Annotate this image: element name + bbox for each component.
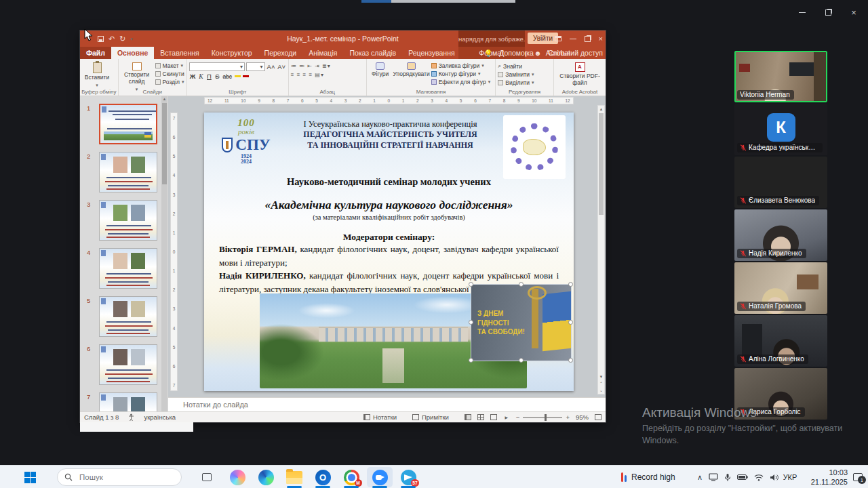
zoom-percent[interactable]: 95%	[576, 413, 589, 421]
notification-center-button[interactable]: 1	[849, 466, 867, 488]
selection-handle[interactable]	[469, 358, 473, 363]
weather-widget[interactable]: Record high	[621, 466, 675, 488]
language-switcher[interactable]: УКР	[778, 466, 802, 488]
participant-tile[interactable]: Наталія Громова	[734, 262, 827, 314]
task-view-button[interactable]	[195, 466, 218, 488]
new-slide-button[interactable]: Створити слайд▾	[121, 61, 153, 92]
shape-outline-button[interactable]: Контур фігури▾	[431, 70, 490, 77]
battery-tray-icon[interactable]	[737, 474, 748, 481]
participant-tile[interactable]: К Кафедра української ...	[734, 104, 827, 155]
slide-sorter-icon[interactable]	[477, 414, 484, 420]
ppt-restore-button[interactable]	[585, 36, 591, 42]
selection-handle[interactable]	[568, 282, 573, 287]
slide-thumbnail[interactable]	[99, 296, 157, 337]
paste-button[interactable]: Вставити▾	[82, 61, 112, 88]
section-button[interactable]: Розділ▾	[155, 79, 184, 85]
window-close-button[interactable]: ×	[842, 5, 865, 19]
chrome-app-icon[interactable]: M	[338, 466, 365, 488]
qat-customize-caret[interactable]: ▾	[130, 37, 133, 41]
slide-scrollbar[interactable]: ▲ ▼⌃⌄	[597, 105, 605, 394]
layout-button[interactable]: Макет▾	[155, 62, 184, 69]
thumbnail-scrollbar[interactable]: ▲	[161, 96, 167, 411]
font-style-button[interactable]: П	[205, 73, 212, 80]
selection-handle[interactable]	[519, 282, 524, 287]
language-indicator[interactable]: українська	[144, 413, 176, 421]
shapes-button[interactable]: Фігури	[369, 61, 392, 78]
taskbar-search[interactable]	[57, 468, 182, 486]
tab-help[interactable]: Допомог	[499, 49, 527, 57]
comments-toggle[interactable]: Примітки	[412, 413, 449, 421]
notes-pane[interactable]: Нотатки до слайда	[168, 397, 606, 411]
copilot-app-icon[interactable]	[224, 466, 251, 488]
redo-icon[interactable]: ↻	[119, 35, 125, 43]
font-style-button[interactable]: К	[197, 73, 204, 80]
selection-handle[interactable]	[568, 320, 573, 325]
arrange-button[interactable]: Упорядкувати	[394, 61, 429, 78]
notes-toggle[interactable]: Нотатки	[363, 413, 397, 421]
font-size-box[interactable]: ▾	[246, 62, 265, 71]
font-style-button[interactable]: S	[214, 73, 220, 80]
start-button[interactable]	[18, 466, 42, 488]
ribbon-tab[interactable]: Показ слайдів	[343, 47, 402, 59]
file-explorer-app-icon[interactable]	[281, 466, 308, 488]
selection-handle[interactable]	[519, 358, 524, 363]
slide-canvas[interactable]: 100 років СПУ 19242024 І Усеукраїнська н…	[204, 113, 574, 391]
create-pdf-button[interactable]: A Створити PDF-файл	[556, 61, 604, 87]
ribbon-display-options-icon[interactable]	[555, 36, 561, 41]
slide-thumbnail[interactable]	[99, 344, 157, 385]
participant-tile[interactable]: Надія Кириленко	[734, 209, 827, 261]
clock[interactable]: 10:03 21.11.2025	[804, 466, 848, 488]
microphone-tray-icon[interactable]	[724, 473, 731, 482]
search-input[interactable]	[78, 472, 159, 482]
share-button[interactable]: Спільний доступ	[548, 49, 603, 57]
ribbon-tab[interactable]: Переходи	[258, 47, 303, 59]
reset-button[interactable]: Скинути	[155, 70, 184, 77]
find-button[interactable]: ⌕Знайти	[498, 62, 534, 70]
ppt-minimize-button[interactable]	[570, 39, 576, 39]
selection-handle[interactable]	[469, 320, 473, 325]
speaker-tray-icon[interactable]	[770, 474, 778, 481]
font-color-indicator[interactable]	[235, 75, 241, 77]
ribbon-tab[interactable]: Основне	[111, 47, 154, 59]
participant-tile[interactable]: Єлизавета Венюкова	[734, 157, 827, 208]
font-style-button[interactable]: Ж	[189, 73, 197, 80]
list-indent-icons[interactable]: ≔ ≕ ⇤ ⇥ ≣▾	[291, 62, 331, 70]
participant-tile[interactable]: Аліна Логвиненко	[734, 315, 827, 367]
dignity-day-image[interactable]: З ДНЕМ ГІДНОСТІ ТА СВОБОДИ!	[471, 285, 571, 361]
window-minimize-button[interactable]	[791, 5, 814, 19]
shape-effects-button[interactable]: Ефекти для фігур▾	[431, 79, 490, 85]
select-button[interactable]: Виділити▾	[498, 79, 534, 86]
slide-thumbnail[interactable]	[99, 392, 157, 411]
zoom-app-icon[interactable]	[366, 466, 393, 488]
save-icon[interactable]	[98, 36, 104, 42]
powerpoint-titlebar[interactable]: ↶ ↻ ▾ Наук_1.-мет. семінар - PowerPoint …	[80, 30, 606, 47]
slideshow-icon[interactable]: ▶	[503, 414, 510, 420]
reading-view-icon[interactable]	[490, 414, 497, 420]
ribbon-tab[interactable]: Конструктор	[205, 47, 258, 59]
participant-tile[interactable]: Viktoriia Herman	[734, 51, 827, 102]
grow-font-icon[interactable]: А˄	[267, 63, 276, 70]
alignment-icons[interactable]: ≡ ≡ ≡ ≡ ▤▾	[291, 71, 331, 79]
ribbon-tab[interactable]: Анімація	[302, 47, 343, 59]
outlook-app-icon[interactable]: O	[309, 466, 336, 488]
font-name-box[interactable]: ▾	[189, 62, 245, 71]
zoom-slider[interactable]: −+	[516, 413, 570, 421]
slide-thumbnail[interactable]	[99, 104, 157, 144]
display-tray-icon[interactable]	[709, 473, 718, 481]
accessibility-icon[interactable]	[128, 413, 134, 421]
shrink-font-icon[interactable]: А˅	[277, 63, 286, 70]
system-tray[interactable]: ∧	[697, 466, 778, 488]
ribbon-tab[interactable]: Рецензування	[402, 47, 460, 59]
sign-in-button[interactable]: Увійти	[528, 33, 558, 44]
normal-view-icon[interactable]	[465, 414, 471, 420]
shape-fill-button[interactable]: Заливка фігури▾	[431, 62, 490, 69]
ribbon-tab[interactable]: Вставлення	[154, 47, 205, 59]
telegram-app-icon[interactable]: 57	[395, 466, 422, 488]
fit-slide-icon[interactable]	[595, 414, 601, 420]
selection-handle[interactable]	[568, 358, 573, 363]
font-style-button[interactable]: abc	[222, 73, 233, 80]
edge-app-icon[interactable]	[252, 466, 279, 488]
slide-thumbnail[interactable]	[99, 200, 157, 241]
tray-chevron-icon[interactable]: ∧	[697, 473, 703, 482]
undo-icon[interactable]: ↶	[108, 35, 115, 43]
